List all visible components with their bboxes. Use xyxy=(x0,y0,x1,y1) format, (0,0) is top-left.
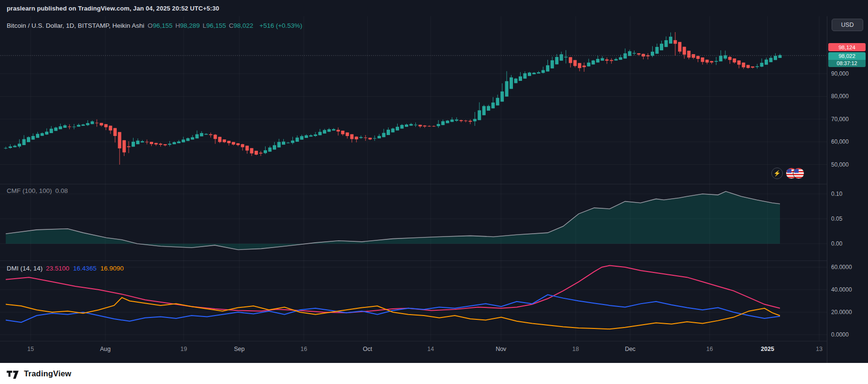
candlestick-chart[interactable] xyxy=(0,16,827,184)
ohlc-item: H98,289 xyxy=(175,22,200,29)
lightning-icon[interactable]: ⚡ xyxy=(771,168,783,179)
price-tick-label: 0.10 xyxy=(831,190,842,198)
flag-canton xyxy=(787,169,791,173)
price-tick-label: 90,000 xyxy=(831,70,849,78)
tradingview-wordmark[interactable]: TradingView xyxy=(24,369,71,378)
time-tick-label: Nov xyxy=(486,346,516,352)
publish-text: praslearn published on TradingView.com, … xyxy=(7,5,219,12)
ohlc-item: O96,155 xyxy=(148,22,173,29)
price-tick-label: 0.05 xyxy=(831,215,842,223)
price-tick-label: 60.0000 xyxy=(831,263,852,271)
dmi-value: 16.4365 xyxy=(73,265,97,272)
last-price-value: 98,022 xyxy=(828,52,866,60)
last-price-badge: 98,022 08:37:12 xyxy=(828,52,866,67)
time-axis[interactable]: 15Aug19Sep16Oct14Nov18Dec16202513 xyxy=(0,341,827,363)
price-tick-label: 70,000 xyxy=(831,115,849,123)
time-tick-label: 19 xyxy=(168,346,199,352)
dmi-legend: DMI (14, 14) 23.510016.436516.9090 xyxy=(7,265,127,272)
dmi-chart[interactable] xyxy=(0,260,827,341)
cmf-indicator-pane[interactable]: CMF (100, 100) 0.08 xyxy=(0,184,827,261)
price-tick-label: 0.00 xyxy=(831,240,842,248)
ohlc-values: O96,155H98,289L96,155C98,022 xyxy=(148,22,256,29)
cmf-chart[interactable] xyxy=(0,184,827,260)
symbol-title[interactable]: Bitcoin / U.S. Dollar, 1D, BITSTAMP, Hei… xyxy=(7,22,145,29)
main-price-pane[interactable]: Bitcoin / U.S. Dollar, 1D, BITSTAMP, Hei… xyxy=(0,16,827,184)
time-tick-label: Oct xyxy=(352,346,383,352)
dmi-values: 23.510016.436516.9090 xyxy=(46,265,127,272)
publish-banner: praslearn published on TradingView.com, … xyxy=(0,0,868,16)
us-flag-icon[interactable] xyxy=(793,168,804,179)
cmf-value: 0.08 xyxy=(56,187,68,194)
change-value: +516 (+0.53%) xyxy=(259,22,302,29)
bar-countdown: 08:37:12 xyxy=(828,60,866,67)
dmi-indicator-pane[interactable]: DMI (14, 14) 23.510016.436516.9090 xyxy=(0,260,827,341)
price-tick-label: 20.0000 xyxy=(831,308,852,316)
time-tick-label: 15 xyxy=(15,346,46,352)
price-tick-label: 80,000 xyxy=(831,92,849,100)
footer-bar: TradingView xyxy=(0,363,868,384)
price-tick-label: 50,000 xyxy=(831,161,849,169)
time-tick-label: 14 xyxy=(415,346,446,352)
flag-canton xyxy=(794,169,799,173)
price-axis[interactable]: USD 98,124 98,022 08:37:12 90,00080,0007… xyxy=(827,16,868,363)
time-tick-label: Sep xyxy=(224,346,255,352)
price-tick-label: 40.0000 xyxy=(831,286,852,294)
ohlc-item: L96,155 xyxy=(202,22,226,29)
dmi-value: 23.5100 xyxy=(46,265,69,272)
currency-button[interactable]: USD xyxy=(832,19,863,31)
price-tick-label: 60,000 xyxy=(831,138,849,146)
time-tick-label: 16 xyxy=(694,346,725,352)
cmf-legend: CMF (100, 100) 0.08 xyxy=(7,187,68,194)
ohlc-item: C98,022 xyxy=(229,22,253,29)
time-tick-label: Aug xyxy=(90,346,121,352)
time-tick-label: 2025 xyxy=(752,346,783,352)
event-markers: ⚡ xyxy=(771,168,804,179)
tradingview-published-chart: praslearn published on TradingView.com, … xyxy=(0,0,868,384)
cmf-title[interactable]: CMF (100, 100) xyxy=(7,187,52,194)
time-tick-label: 16 xyxy=(289,346,319,352)
time-tick-label: Dec xyxy=(615,346,645,352)
dmi-title[interactable]: DMI (14, 14) xyxy=(7,265,43,272)
price-tick-label: 0.0000 xyxy=(831,331,849,339)
tradingview-logo-icon[interactable] xyxy=(7,369,20,379)
dmi-value: 16.9090 xyxy=(100,265,124,272)
high-price-badge: 98,124 xyxy=(828,43,866,51)
time-tick-label: 18 xyxy=(560,346,591,352)
main-legend: Bitcoin / U.S. Dollar, 1D, BITSTAMP, Hei… xyxy=(7,22,302,29)
